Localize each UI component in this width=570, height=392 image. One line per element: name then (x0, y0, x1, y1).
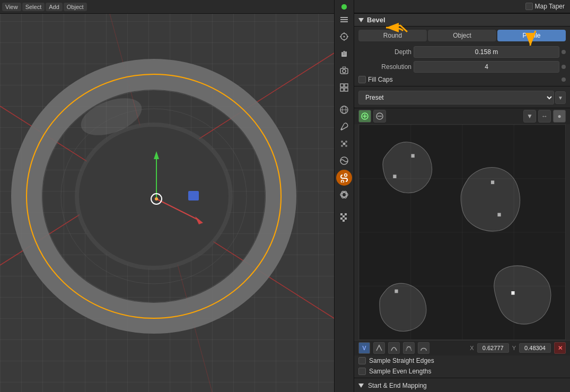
tab-profile[interactable]: Profile (497, 30, 566, 41)
checker-icon[interactable] (336, 209, 352, 225)
svg-point-16 (155, 197, 158, 201)
curve-plus-btn[interactable] (358, 110, 371, 123)
sample-even-checkbox[interactable] (358, 368, 366, 375)
physics-icon[interactable] (336, 153, 352, 169)
depth-dot (562, 50, 566, 54)
svg-point-32 (343, 69, 346, 73)
bevel-tabs: Round Object Profile (358, 30, 566, 41)
viewport-menu-view[interactable]: View (2, 3, 21, 11)
depth-value[interactable]: 0.158 m (414, 46, 559, 58)
sample-straight-row: Sample Straight Edges (354, 355, 570, 366)
svg-point-42 (345, 141, 347, 143)
svg-rect-30 (341, 55, 347, 57)
bevel-title: Bevel (367, 16, 385, 24)
resolution-row: Resolution 4 (354, 59, 570, 74)
start-end-row: Start & End Mapping (354, 379, 570, 392)
tab-object[interactable]: Object (428, 30, 496, 41)
viewport-svg (0, 0, 334, 392)
svg-rect-18 (340, 17, 348, 18)
constraints-icon[interactable] (336, 170, 352, 186)
svg-rect-56 (345, 217, 347, 220)
resolution-label: Resolution (358, 63, 411, 71)
svg-point-40 (341, 128, 343, 130)
curve-arrows-btn[interactable]: ↔ (538, 110, 551, 123)
curve-type-vec-btn[interactable] (418, 342, 429, 354)
separator-2 (354, 378, 570, 378)
preset-chevron[interactable]: ▼ (555, 91, 566, 104)
svg-rect-55 (340, 217, 343, 220)
sample-straight-checkbox[interactable] (358, 357, 366, 364)
svg-rect-20 (340, 21, 348, 22)
viewport-menu-select[interactable]: Select (22, 3, 45, 11)
curve-view-btn[interactable]: ▼ (523, 110, 536, 123)
fill-caps-dot (562, 77, 566, 82)
particles-icon[interactable] (336, 136, 352, 152)
properties-object-icon[interactable] (336, 102, 352, 118)
y-coord-label: Y (512, 345, 516, 351)
viewport-menu-add[interactable]: Add (46, 3, 63, 11)
curve-minus-btn[interactable] (373, 110, 386, 123)
grid-icon[interactable] (336, 80, 352, 95)
properties-panel: Map Taper Bevel Round Object Profile Dep… (354, 0, 570, 392)
svg-point-48 (341, 180, 344, 183)
y-coord-value[interactable]: 0.48304 (519, 343, 551, 353)
curve-type-smooth-btn[interactable] (388, 342, 400, 354)
svg-point-22 (344, 36, 345, 38)
resolution-value[interactable]: 4 (414, 61, 559, 73)
curve-type-v-btn[interactable]: V (358, 342, 370, 354)
svg-rect-34 (345, 84, 348, 87)
svg-rect-54 (343, 215, 345, 217)
object-data-icon[interactable] (336, 187, 352, 203)
svg-point-44 (345, 145, 347, 147)
icon-sidebar (334, 0, 354, 392)
bevel-header[interactable]: Bevel (354, 13, 570, 27)
panel-top: Map Taper (354, 0, 570, 13)
start-end-collapse-icon (358, 384, 364, 388)
map-taper-checkbox[interactable] (525, 3, 533, 10)
depth-row: Depth 0.158 m (354, 45, 570, 59)
x-coord-value[interactable]: 0.62777 (477, 343, 509, 353)
svg-point-43 (341, 145, 343, 147)
3d-viewport[interactable]: View Select Add Object (0, 0, 334, 392)
fill-caps-checkbox[interactable] (358, 76, 366, 83)
hand-icon[interactable] (336, 46, 352, 62)
curve-type-bezier-btn[interactable] (403, 342, 415, 354)
curve-toolbar: ▼ ↔ ● (354, 108, 570, 124)
curve-type-peak-btn[interactable] (373, 342, 385, 354)
svg-rect-17 (188, 191, 199, 201)
svg-rect-36 (345, 88, 348, 91)
cursor-icon[interactable] (336, 29, 352, 45)
fill-caps-label: Fill Caps (368, 76, 393, 83)
status-indicator (341, 4, 347, 10)
sample-straight-label: Sample Straight Edges (369, 357, 434, 364)
svg-point-45 (343, 143, 346, 145)
camera-icon[interactable] (336, 63, 352, 79)
preset-row: Preset ▼ (358, 91, 566, 104)
wrench-icon[interactable] (336, 119, 352, 135)
curve-editor-canvas[interactable] (358, 124, 566, 340)
tab-round[interactable]: Round (358, 30, 427, 41)
curve-dot-btn[interactable]: ● (553, 110, 566, 123)
fill-caps-row: Fill Caps (354, 74, 570, 85)
svg-rect-57 (343, 220, 345, 222)
sample-even-label: Sample Even Lengths (369, 368, 431, 375)
curve-bottom-bar: V X 0.62777 Y 0.48304 ✕ (354, 340, 570, 355)
svg-point-41 (341, 141, 343, 143)
depth-label: Depth (358, 48, 411, 56)
preset-select[interactable]: Preset (358, 91, 554, 104)
start-end-label: Start & End Mapping (368, 382, 427, 389)
viewport-menu-object[interactable]: Object (64, 3, 87, 11)
sample-even-row: Sample Even Lengths (354, 366, 570, 377)
separator (354, 86, 570, 86)
map-taper-label: Map Taper (535, 3, 565, 10)
tools-icon[interactable] (336, 12, 352, 28)
viewport-toolbar: View Select Add Object (0, 0, 334, 14)
bevel-collapse-icon (358, 18, 364, 22)
svg-point-47 (345, 174, 347, 177)
resolution-dot (562, 65, 566, 69)
curve-grid (359, 125, 565, 339)
svg-rect-52 (340, 213, 343, 215)
svg-rect-33 (340, 84, 344, 87)
x-coord-label: X (470, 345, 473, 351)
close-coord-btn[interactable]: ✕ (554, 342, 566, 354)
